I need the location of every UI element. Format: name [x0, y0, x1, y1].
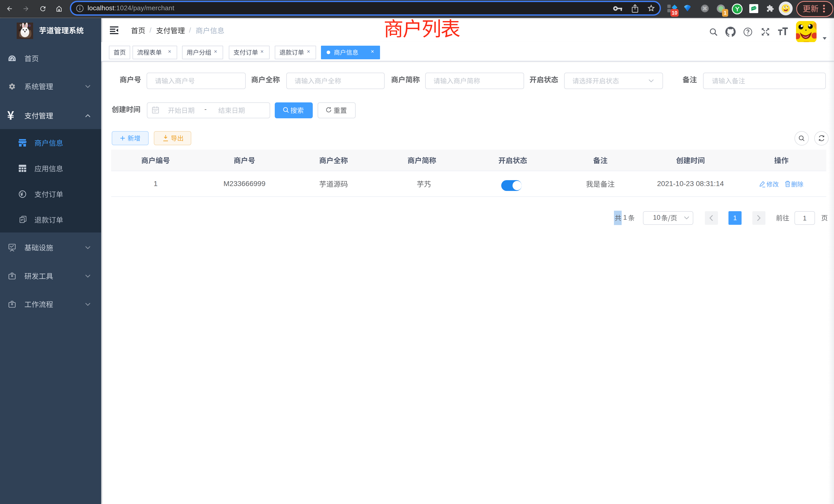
svg-text:⌘: ⌘	[703, 6, 707, 11]
